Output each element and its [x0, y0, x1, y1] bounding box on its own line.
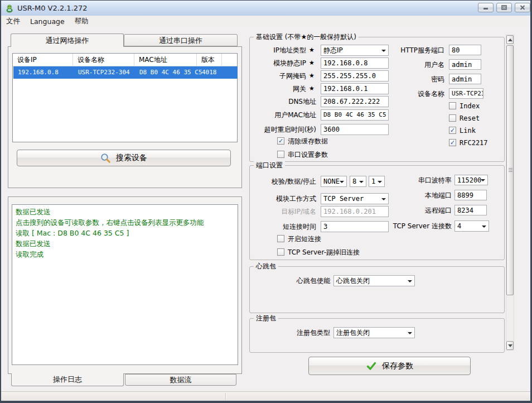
target-ip-label: 目标IP/域名 [245, 208, 316, 216]
http-port-label: HTTP服务端口 [362, 46, 444, 55]
register-type-label: 注册包类型 [245, 329, 330, 337]
static-ip-star: ★ [309, 59, 315, 67]
device-name-cell: USR-TCP232-304 [74, 66, 135, 79]
device-mac-cell: D8 B0 4C 46 35 C5 [135, 66, 197, 79]
close-button[interactable] [515, 3, 530, 12]
clear-cache-checkbox[interactable]: ✓ [277, 137, 284, 145]
serial-params-checkbox[interactable] [277, 151, 284, 158]
scrollbar-down-button[interactable] [506, 341, 514, 350]
tab-data-stream[interactable]: 数据流 [125, 374, 236, 386]
group-port-settings-title: 端口设置 [254, 161, 285, 169]
baud-value: 115200 [457, 176, 481, 184]
menu-bar: 文件 Language 帮助 [1, 16, 530, 27]
timeout-input[interactable]: 3600 [321, 124, 389, 135]
column-header-device-name[interactable]: 设备名称 [73, 54, 134, 66]
max-conn-label: TCP Server 连接数 [362, 222, 452, 231]
operation-log-area[interactable]: 数据已发送 点击搜到的设备可读取参数，右键点击设备列表显示更多功能 读取 [ M… [12, 204, 238, 365]
remote-port-label: 远程端口 [362, 207, 452, 215]
enable-short-conn-checkbox[interactable] [277, 235, 284, 242]
minimize-button[interactable] [478, 3, 494, 12]
device-version-cell: 4018 [197, 66, 223, 79]
menu-file[interactable]: 文件 [1, 16, 25, 27]
column-header-mac[interactable]: MAC地址 [134, 54, 197, 66]
column-header-version[interactable]: 版本 [197, 54, 222, 66]
group-heartbeat [249, 266, 505, 313]
local-port-label: 本地端口 [362, 191, 452, 200]
tab-operation-log[interactable]: 操作日志 [11, 373, 124, 386]
work-mode-value: TCP Server [323, 195, 364, 203]
reset-checkbox[interactable] [449, 114, 456, 122]
app-window: USR-M0 V2.2.1.272 文件 Language 帮助 通过网络操作 … [0, 0, 532, 403]
parity-select[interactable]: NONE [321, 176, 347, 187]
index-checkbox[interactable] [449, 102, 456, 109]
reset-label: Reset [460, 114, 480, 123]
gateway-star: ★ [309, 85, 315, 93]
tab-serial-operation[interactable]: 通过串口操作 [124, 34, 238, 46]
status-bar [1, 391, 530, 401]
device-ip-cell: 192.168.0.8 [13, 66, 74, 79]
chevron-down-icon [408, 332, 412, 334]
tab-network-operation[interactable]: 通过网络操作 [11, 33, 124, 47]
menu-language[interactable]: Language [25, 16, 70, 27]
max-conn-value: 4 [457, 222, 461, 230]
heartbeat-enable-label: 心跳包使能 [245, 277, 330, 285]
link-checkbox[interactable]: ✓ [449, 127, 456, 134]
dns-label: DNS地址 [223, 98, 316, 106]
window-border-top [0, 0, 532, 1]
password-input[interactable]: admin [449, 74, 481, 84]
device-row-selected[interactable]: 192.168.0.8 USR-TCP232-304 D8 B0 4C 46 3… [13, 66, 238, 79]
scroll-down-icon [508, 344, 512, 347]
chevron-down-icon [481, 179, 485, 181]
subnet-star: ★ [309, 72, 315, 80]
title-bar[interactable]: USR-M0 V2.2.1.272 [1, 1, 530, 16]
log-line: 读取完成 [16, 249, 234, 260]
gateway-label: 网关 [223, 85, 306, 93]
rfc2217-checkbox[interactable]: ✓ [449, 139, 456, 146]
menu-help[interactable]: 帮助 [70, 16, 94, 27]
chevron-down-icon [482, 226, 486, 228]
mac-input[interactable]: D8 B0 4C 46 35 C5 [321, 109, 389, 121]
work-mode-label: 模块工作方式 [245, 195, 316, 203]
kick-old-conn-checkbox[interactable] [277, 248, 284, 256]
timeout-label: 超时重启时间(秒) [223, 126, 316, 134]
register-type-value: 注册包关闭 [336, 329, 370, 337]
chevron-down-icon [340, 181, 344, 183]
max-conn-select[interactable]: 4 [454, 220, 489, 232]
app-icon [5, 4, 14, 13]
baud-select[interactable]: 115200 [454, 175, 488, 185]
device-name-input[interactable]: USR-TCP23 [449, 88, 483, 99]
enable-short-conn-label: 开启短连接 [288, 235, 321, 243]
log-line: 数据已发送 [16, 238, 234, 249]
settings-scrollbar[interactable] [506, 35, 514, 351]
heartbeat-enable-select[interactable]: 心跳包关闭 [333, 275, 415, 286]
device-table: 设备IP 设备名称 MAC地址 版本 192.168.0.8 USR-TCP23… [12, 53, 238, 142]
kick-old-conn-label: TCP Server-踢掉旧连接 [288, 248, 360, 257]
rfc2217-label: RFC2217 [460, 139, 488, 147]
scrollbar-up-button[interactable] [506, 35, 514, 44]
heartbeat-enable-value: 心跳包关闭 [336, 277, 370, 285]
maximize-button[interactable] [496, 3, 512, 12]
register-type-select[interactable]: 注册包关闭 [333, 327, 415, 338]
ip-type-label: IP地址类型 [223, 46, 306, 55]
save-params-button[interactable]: 保存参数 [308, 357, 471, 375]
mac-label: 用户MAC地址 [223, 111, 316, 119]
log-line: 读取 [ Mac : D8 B0 4C 46 35 C5 ] [16, 228, 234, 238]
save-check-icon [366, 361, 377, 372]
group-basic-settings-title: 基础设置 (不带★的一般保持默认) [254, 33, 359, 41]
parity-label: 校验/数据/停止 [245, 177, 316, 186]
minimize-icon [483, 5, 489, 10]
local-port-input[interactable]: 8899 [454, 190, 487, 200]
scrollbar-thumb[interactable] [506, 45, 514, 295]
search-icon [100, 153, 111, 164]
ip-type-star: ★ [309, 46, 315, 54]
remote-port-input[interactable]: 8234 [454, 205, 487, 215]
static-ip-label: 模块静态IP [223, 59, 306, 68]
http-port-input[interactable]: 80 [449, 45, 481, 55]
group-register-title: 注册包 [254, 314, 278, 322]
username-input[interactable]: admin [449, 59, 481, 70]
search-device-label: 搜索设备 [116, 153, 147, 163]
search-device-button[interactable]: 搜索设备 [17, 150, 231, 166]
ip-type-value: 静态IP [323, 46, 343, 54]
column-header-device-ip[interactable]: 设备IP [13, 54, 73, 66]
group-heartbeat-title: 心跳包 [254, 262, 278, 270]
